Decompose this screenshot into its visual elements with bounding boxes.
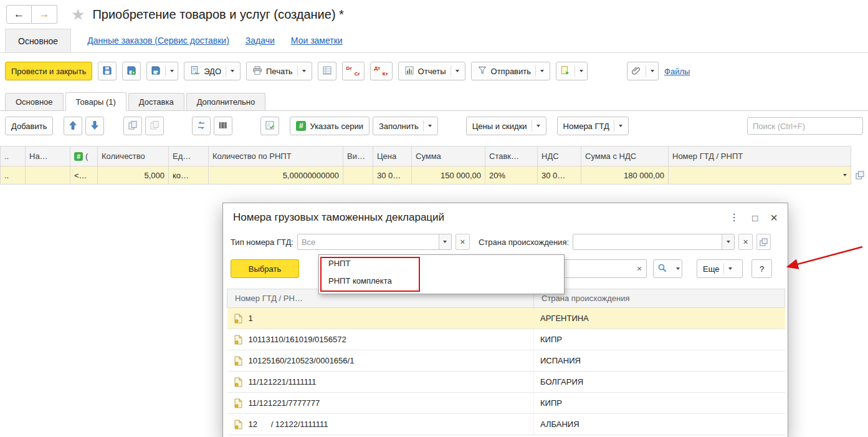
col-vat-rate[interactable]: Ставк…	[485, 146, 538, 166]
country-combo[interactable]	[573, 234, 735, 250]
gtd-row-1[interactable]: 1 АРГЕНТИНА	[227, 308, 785, 329]
barcode-button[interactable]	[214, 117, 232, 135]
cell-vat-rate[interactable]: 20%	[485, 166, 538, 185]
paste-row-button[interactable]	[145, 117, 164, 135]
help-button[interactable]: ?	[751, 259, 772, 278]
send-button[interactable]: Отправить	[471, 62, 550, 80]
country-input[interactable]	[573, 234, 722, 249]
cell-unit[interactable]: ко…	[169, 166, 209, 185]
open-list-icon[interactable]	[854, 169, 866, 181]
print-button[interactable]: Печать	[246, 62, 312, 80]
col-name[interactable]: На…	[26, 146, 70, 166]
col-price[interactable]: Цена	[373, 146, 412, 166]
save-button[interactable]	[98, 62, 117, 80]
specify-series-button[interactable]: # Указать серии	[290, 117, 369, 135]
drcr-button[interactable]: DrCr	[342, 62, 365, 80]
more-menu-icon[interactable]: ⋮	[729, 213, 740, 223]
edo-button[interactable]: ЭДО	[184, 62, 241, 80]
copy-disabled-icon	[150, 120, 160, 132]
tab-main-section[interactable]: Основное	[5, 29, 71, 52]
post-and-close-button[interactable]: Провести и закрыть	[5, 62, 92, 80]
gtd-type-clear-button[interactable]: ×	[455, 234, 470, 250]
combo-dropdown-button[interactable]	[722, 234, 734, 249]
gtd-type-combo[interactable]	[297, 234, 452, 250]
gtd-row-3[interactable]: 10125160/210523/0001656/1 ИСПАНИЯ	[227, 350, 785, 372]
col-series-label: (	[85, 151, 88, 161]
chevron-down-icon[interactable]	[843, 174, 847, 176]
link-my-notes[interactable]: Мои заметки	[291, 29, 343, 52]
move-down-button[interactable]	[85, 117, 104, 135]
cell-amount[interactable]: 150 000,00	[412, 166, 485, 185]
gtd-document-icon	[234, 420, 243, 430]
tab-main[interactable]: Основное	[5, 93, 64, 110]
back-button[interactable]: ←	[6, 5, 32, 24]
gtd-type-input[interactable]	[298, 234, 439, 249]
combo-dropdown-button[interactable]	[439, 234, 451, 249]
goods-search-input[interactable]	[747, 117, 863, 135]
prices-discounts-button[interactable]: Цены и скидки	[466, 117, 546, 135]
cell-price[interactable]: 30 0…	[373, 166, 412, 185]
link-tasks[interactable]: Задачи	[246, 29, 275, 52]
register-records-button[interactable]	[318, 62, 336, 80]
col-marker[interactable]: ..	[1, 146, 26, 166]
files-link[interactable]: Файлы	[664, 67, 690, 76]
close-icon[interactable]: ×	[770, 211, 778, 224]
cell-name[interactable]	[26, 166, 70, 185]
link-order-data[interactable]: Данные заказов (Сервис доставки)	[87, 29, 229, 52]
create-based-on-button[interactable]	[556, 62, 588, 80]
col-type[interactable]: Ви…	[343, 146, 373, 166]
goods-table: .. На… #( Количество Ед… Количество по Р…	[0, 146, 851, 185]
country-clear-button[interactable]: ×	[738, 234, 753, 250]
maximize-icon[interactable]: □	[752, 213, 758, 223]
cell-series[interactable]: <…	[70, 166, 98, 185]
gtd-row-5[interactable]: 11/121221/7777777 КИПР	[227, 393, 785, 414]
floppy-arrow-icon	[151, 65, 161, 77]
cell-amount-with-vat[interactable]: 180 000,00	[581, 166, 669, 185]
cell-quantity[interactable]: 5,000	[98, 166, 169, 185]
gtd-row-2[interactable]: 10113110/161019/0156572 КИПР	[227, 329, 785, 350]
col-vat[interactable]: НДС	[538, 146, 581, 166]
dtkt-button[interactable]: ДтКт	[370, 62, 393, 80]
move-up-button[interactable]	[64, 117, 82, 135]
move-rows-button[interactable]	[192, 117, 211, 135]
add-row-button[interactable]: Добавить	[5, 117, 53, 135]
tab-delivery[interactable]: Доставка	[128, 93, 184, 110]
forward-button[interactable]: →	[32, 5, 57, 24]
attachments-button[interactable]	[627, 62, 659, 80]
country-open-list-button[interactable]	[756, 234, 771, 250]
col-amount-with-vat[interactable]: Сумма с НДС	[581, 146, 669, 166]
country-column-header[interactable]: Страна происхождения	[534, 289, 785, 308]
col-quantity[interactable]: Количество	[98, 146, 169, 166]
gtd-row-4[interactable]: 11/121221/1111111 БОЛГАРИЯ	[227, 372, 785, 393]
dropdown-item-rnpt[interactable]: РНПТ	[319, 255, 564, 272]
cell-rnpt-quantity[interactable]: 5,00000000000	[209, 166, 343, 185]
cell-vat[interactable]: 30 0…	[538, 166, 581, 185]
more-button[interactable]: Еще	[697, 259, 743, 278]
post-button[interactable]	[122, 62, 141, 80]
fill-button[interactable]: Заполнить	[373, 117, 438, 135]
reports-button[interactable]: Отчеты	[398, 62, 465, 80]
tab-goods[interactable]: Товары (1)	[65, 92, 126, 111]
col-amount[interactable]: Сумма	[412, 146, 485, 166]
select-button[interactable]: Выбрать	[231, 259, 299, 278]
check-fill-button[interactable]	[260, 117, 279, 135]
gtd-row-6[interactable]: 12 / 12122/1111111 АЛБАНИЯ	[227, 414, 785, 435]
favorite-star-icon[interactable]: ★	[71, 6, 85, 24]
cell-gtd-number[interactable]	[669, 166, 851, 185]
copy-row-button[interactable]	[123, 117, 142, 135]
dropdown-item-rnpt-set[interactable]: РНПТ комплекта	[319, 272, 564, 290]
col-rnpt-quantity[interactable]: Количество по РНПТ	[209, 146, 343, 166]
col-series[interactable]: #(	[70, 146, 98, 166]
goods-row-selected[interactable]: .. <… 5,000 ко… 5,00000000000 30 0… 150 …	[1, 166, 851, 185]
separator	[423, 120, 424, 132]
col-unit[interactable]: Ед…	[169, 146, 209, 166]
col-gtd-number[interactable]: Номер ГТД / РНПТ	[669, 146, 851, 166]
tab-additional[interactable]: Дополнительно	[186, 93, 266, 110]
gtd-numbers-button[interactable]: Номера ГТД	[557, 117, 629, 135]
chevron-down-icon	[170, 70, 174, 72]
search-clear-button[interactable]: ×	[632, 264, 646, 274]
save-variants-button[interactable]	[146, 62, 178, 80]
search-options-button[interactable]	[653, 259, 682, 278]
gtd-number: 10125160/210523/0001656/1	[249, 356, 355, 365]
cell-type[interactable]	[343, 166, 373, 185]
